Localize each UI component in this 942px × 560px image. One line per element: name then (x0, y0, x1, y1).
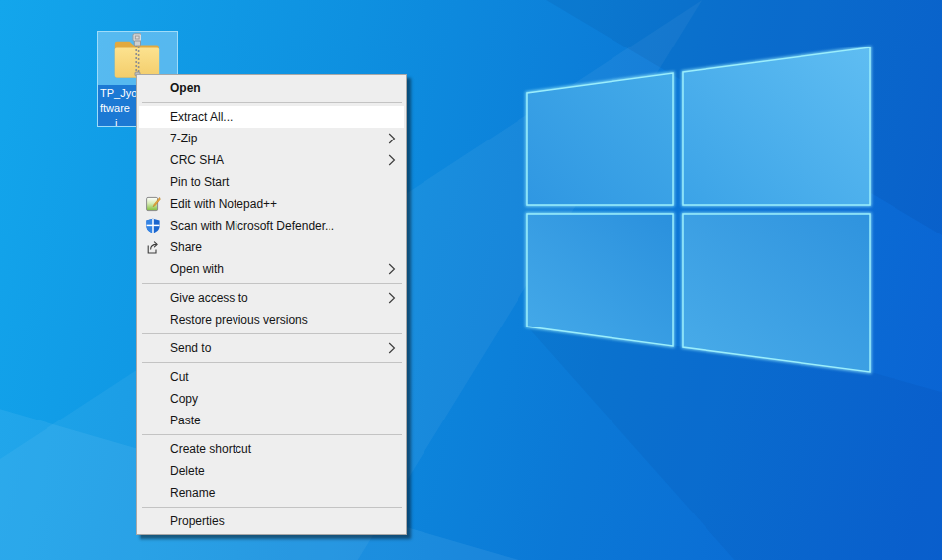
logo-pane-bottom-left (527, 214, 673, 346)
menu-item-crc-sha[interactable]: CRC SHA (139, 149, 404, 171)
logo-pane-top-right (683, 47, 870, 205)
icon-spacer (145, 174, 161, 190)
icon-spacer (145, 261, 161, 277)
menu-item-label: Restore previous versions (170, 313, 308, 327)
icon-spacer (145, 441, 161, 457)
menu-item-label: Paste (170, 414, 201, 427)
menu-item-rename[interactable]: Rename (139, 482, 404, 504)
menu-item-pin-to-start[interactable]: Pin to Start (139, 171, 404, 193)
logo-pane-top-left (527, 73, 673, 205)
menu-item-restore-previous-versions[interactable]: Restore previous versions (139, 309, 404, 330)
icon-spacer (145, 513, 161, 529)
icon-spacer (145, 109, 161, 125)
submenu-arrow-icon (388, 342, 396, 354)
zipper-pull-icon (133, 34, 141, 42)
submenu-arrow-icon (388, 133, 396, 144)
menu-item-label: Share (170, 240, 202, 254)
notepad-plus-plus-icon (145, 196, 161, 212)
icon-spacer (145, 413, 161, 428)
menu-item-label: Cut (170, 370, 189, 384)
menu-item-label: Properties (170, 514, 225, 528)
menu-item-properties[interactable]: Properties (139, 511, 404, 532)
menu-separator (142, 333, 402, 334)
menu-item-open-with[interactable]: Open with (139, 258, 404, 280)
menu-item-create-shortcut[interactable]: Create shortcut (139, 438, 404, 460)
submenu-arrow-icon (388, 292, 396, 304)
menu-separator (142, 102, 402, 103)
menu-item-label: 7-Zip (170, 132, 197, 145)
menu-item-cut[interactable]: Cut (139, 366, 404, 388)
menu-item-scan-with-microsoft-defender[interactable]: Scan with Microsoft Defender... (139, 215, 404, 236)
menu-item-label: Open with (170, 262, 224, 276)
menu-item-label: Scan with Microsoft Defender... (170, 219, 334, 233)
menu-item-label: Edit with Notepad++ (170, 197, 277, 211)
menu-item-label: Create shortcut (170, 442, 251, 456)
menu-item-delete[interactable]: Delete (139, 460, 404, 482)
menu-item-send-to[interactable]: Send to (139, 337, 404, 359)
menu-item-7-zip[interactable]: 7-Zip (139, 128, 404, 149)
menu-item-paste[interactable]: Paste (139, 410, 404, 431)
menu-item-label: Open (170, 81, 201, 95)
menu-item-copy[interactable]: Copy (139, 388, 404, 410)
icon-spacer (145, 340, 161, 356)
menu-item-edit-with-notepadplusplus[interactable]: Edit with Notepad++ (139, 193, 404, 215)
context-menu: OpenExtract All...7-ZipCRC SHAPin to Sta… (136, 74, 407, 535)
menu-separator (142, 362, 402, 363)
icon-spacer (145, 80, 161, 96)
submenu-arrow-icon (388, 263, 396, 275)
icon-spacer (145, 391, 161, 407)
menu-item-give-access-to[interactable]: Give access to (139, 287, 404, 309)
menu-item-label: Copy (170, 392, 198, 406)
menu-item-label: Extract All... (170, 110, 233, 124)
menu-item-label: Pin to Start (170, 175, 229, 189)
icon-spacer (145, 463, 161, 479)
icon-spacer (145, 369, 161, 385)
menu-item-label: Send to (170, 341, 211, 355)
icon-spacer (145, 290, 161, 306)
menu-item-label: Rename (170, 486, 215, 500)
defender-shield-icon (145, 218, 161, 233)
menu-item-open[interactable]: Open (139, 77, 404, 99)
menu-item-extract-all[interactable]: Extract All... (139, 106, 404, 128)
desktop[interactable]: TP_Jyoftwarei OpenExtract All...7-ZipCRC… (0, 0, 942, 560)
menu-separator (142, 283, 402, 284)
menu-item-label: CRC SHA (170, 153, 224, 167)
menu-item-share[interactable]: Share (139, 236, 404, 258)
menu-separator (142, 507, 402, 508)
submenu-arrow-icon (388, 154, 396, 166)
menu-separator (142, 434, 402, 435)
menu-item-label: Give access to (170, 291, 248, 305)
share-icon (145, 239, 161, 255)
icon-spacer (145, 152, 161, 168)
icon-spacer (145, 131, 161, 146)
menu-item-label: Delete (170, 464, 205, 478)
icon-spacer (145, 312, 161, 327)
icon-spacer (145, 485, 161, 501)
logo-pane-bottom-right (683, 214, 870, 372)
